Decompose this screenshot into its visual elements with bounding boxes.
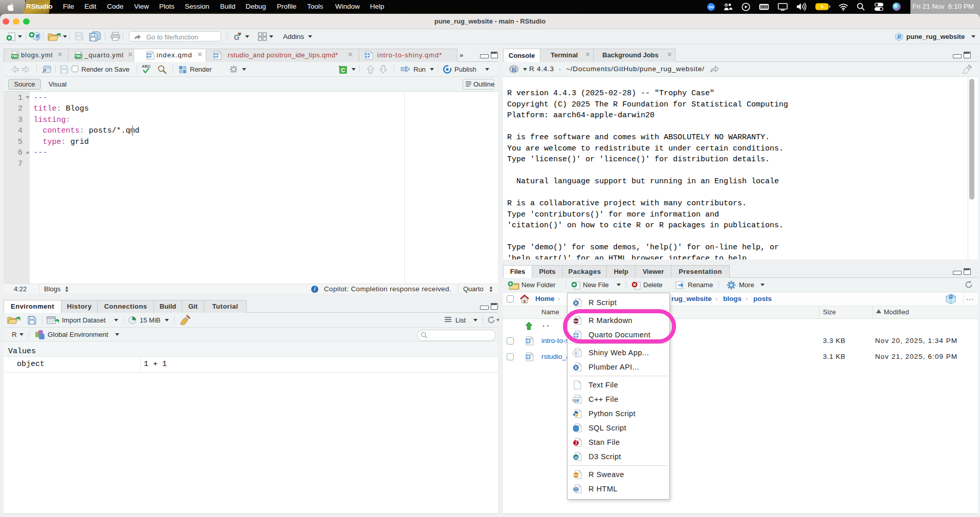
svg-text:cpp: cpp bbox=[573, 398, 579, 402]
svg-text:R: R bbox=[512, 66, 517, 73]
svg-text:YML: YML bbox=[11, 54, 18, 58]
svg-text:JS: JS bbox=[574, 456, 578, 459]
svg-text:R: R bbox=[574, 365, 578, 370]
svg-text:R: R bbox=[949, 294, 953, 300]
svg-text:T: T bbox=[726, 4, 727, 6]
svg-text:C: C bbox=[341, 67, 345, 73]
svg-text:R: R bbox=[575, 351, 578, 356]
svg-text:Rnw: Rnw bbox=[573, 473, 579, 477]
svg-text:R: R bbox=[897, 34, 901, 39]
svg-text:R: R bbox=[574, 300, 578, 306]
svg-text:YML: YML bbox=[75, 54, 82, 58]
svg-text:R: R bbox=[36, 34, 39, 39]
